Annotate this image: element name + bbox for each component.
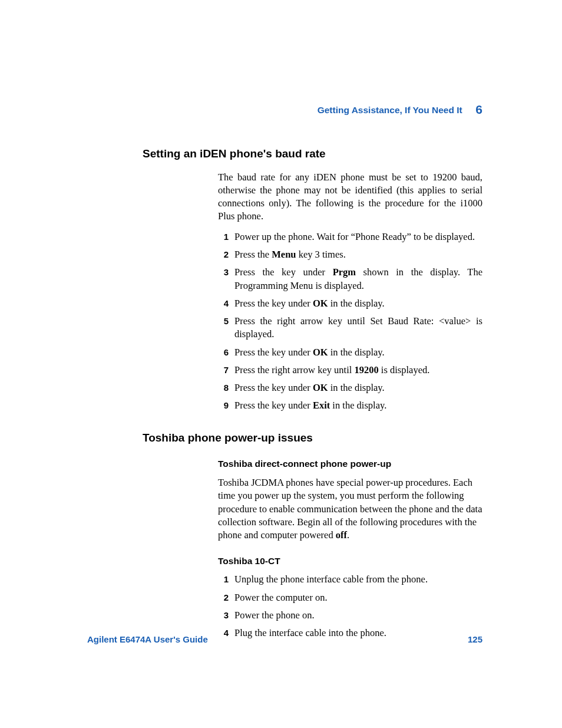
step-number: 4 [218,298,229,309]
subsection-heading-10ct: Toshiba 10-CT [218,555,482,568]
step-number: 3 [218,610,229,621]
section1-body: The baud rate for any iDEN phone must be… [218,171,482,413]
step-text: Power the phone on. [234,609,482,622]
bold-text: 19200 [354,364,378,375]
step-number: 2 [218,592,229,604]
subsection-heading: Toshiba direct-connect phone power-up [218,458,482,470]
step-number: 8 [218,382,229,394]
step-text: Press the right arrow key until Set Baud… [234,315,482,341]
step-number: 1 [218,231,229,243]
bold-text: OK [313,347,328,358]
section2: Toshiba phone power-up issues Toshiba di… [143,430,482,640]
step-number: 7 [218,364,229,376]
section-heading-iden: Setting an iDEN phone's baud rate [143,146,482,162]
guide-title: Agilent E6474A User's Guide [87,634,208,644]
step-text: Power the computer on. [234,591,482,604]
step-number: 9 [218,400,229,411]
running-footer: Agilent E6474A User's Guide 125 [87,634,482,645]
subsection-paragraph: Toshiba JCDMA phones have special power-… [218,476,482,542]
bold-text: Prgm [333,266,356,278]
step-text: Unplug the phone interface cable from th… [234,573,482,586]
bold-text: OK [313,298,328,309]
step-text: Power up the phone. Wait for “Phone Read… [234,230,482,243]
toshiba-steps: 1Unplug the phone interface cable from t… [218,573,482,640]
iden-steps: 1Power up the phone. Wait for “Phone Rea… [218,230,482,413]
step-item: 3Power the phone on. [218,609,482,622]
step-text: Press the key under OK in the display. [234,346,482,359]
step-item: 2Press the Menu key 3 times. [218,248,482,261]
step-text: Press the right arrow key until 19200 is… [234,364,482,377]
step-number: 2 [218,249,229,261]
step-item: 5Press the right arrow key until Set Bau… [218,315,482,341]
step-item: 8Press the key under OK in the display. [218,381,482,394]
step-item: 9Press the key under Exit in the display… [218,399,482,412]
section-heading-toshiba: Toshiba phone power-up issues [143,430,482,446]
step-text: Press the key under Prgm shown in the di… [234,266,482,292]
page-number: 125 [468,634,482,645]
step-item: 1Unplug the phone interface cable from t… [218,573,482,586]
bold-text: Menu [272,249,296,260]
page: Getting Assistance, If You Need It 6 Set… [0,0,562,728]
step-item: 6Press the key under OK in the display. [218,346,482,359]
step-number: 1 [218,574,229,585]
running-header: Getting Assistance, If You Need It 6 [318,101,482,118]
step-item: 1Power up the phone. Wait for “Phone Rea… [218,230,482,243]
step-number: 5 [218,315,229,327]
step-text: Press the key under OK in the display. [234,297,482,310]
step-item: 4Press the key under OK in the display. [218,297,482,310]
step-text: Press the key under OK in the display. [234,381,482,394]
bold-text: Exit [313,400,330,411]
step-item: 7Press the right arrow key until 19200 i… [218,364,482,377]
content-area: Setting an iDEN phone's baud rate The ba… [143,140,482,645]
step-item: 2Power the computer on. [218,591,482,604]
header-title: Getting Assistance, If You Need It [318,105,462,115]
bold-text: OK [313,382,328,393]
step-number: 3 [218,266,229,278]
subsection-direct-connect: Toshiba direct-connect phone power-up To… [218,458,482,640]
step-text: Press the Menu key 3 times. [234,248,482,261]
step-number: 6 [218,347,229,358]
chapter-number: 6 [475,101,482,118]
bold-text: off [336,529,347,541]
step-text: Press the key under Exit in the display. [234,399,482,412]
intro-paragraph: The baud rate for any iDEN phone must be… [218,171,482,223]
step-item: 3Press the key under Prgm shown in the d… [218,266,482,292]
